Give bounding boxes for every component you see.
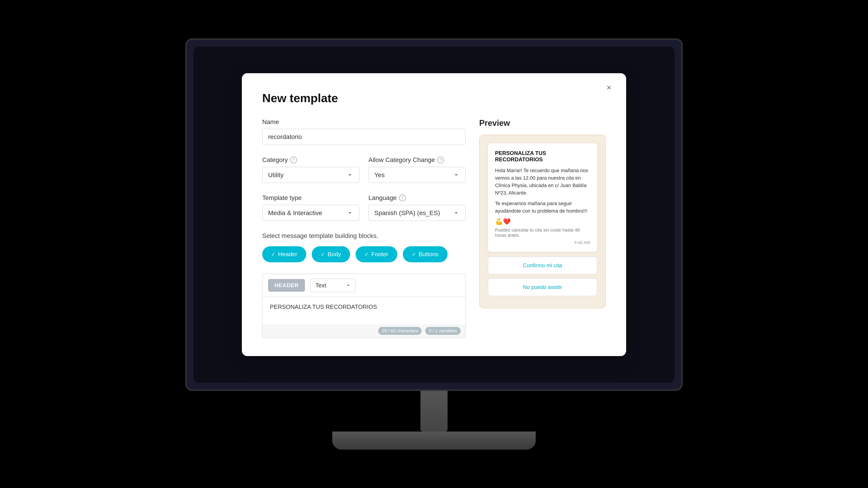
language-group: Language ? Spanish (SPA) (es_ES) English… [368, 194, 466, 221]
close-button[interactable]: × [602, 81, 615, 94]
buttons-check-icon: ✓ [412, 252, 416, 257]
new-template-modal: × New template Name [242, 73, 626, 356]
template-row: Template type Media & Interactive Text O… [262, 194, 466, 221]
char-count-badge: 29 / 60 characters [378, 327, 422, 335]
category-group: Category ? Utility Marketing Authenticat… [262, 156, 360, 183]
preview-title: Preview [479, 119, 606, 128]
header-block-label: Header [278, 251, 297, 258]
body-block-label: Body [328, 251, 341, 258]
header-type-select[interactable]: Text Image Video Document [310, 279, 355, 292]
modal-body: Name Category ? Utility [262, 119, 606, 338]
building-blocks-group: Select message template building blocks.… [262, 232, 466, 262]
template-type-label: Template type [262, 194, 360, 201]
name-label: Name [262, 119, 466, 126]
modal-title: New template [262, 91, 606, 105]
char-counter-row: 29 / 60 characters 0 / 1 variables [263, 324, 465, 337]
preview-message-header: PERSONALIZA TUS RECORDATORIOS [495, 150, 590, 163]
name-group: Name [262, 119, 466, 145]
preview-time: 9:46 AM [495, 240, 590, 245]
category-row: Category ? Utility Marketing Authenticat… [262, 156, 466, 183]
building-blocks-buttons: ✓ Header ✓ Body ✓ Footer [262, 246, 466, 262]
category-select[interactable]: Utility Marketing Authentication [262, 167, 360, 183]
form-panel: Name Category ? Utility [262, 119, 466, 338]
footer-check-icon: ✓ [365, 252, 369, 257]
monitor-screen: × New template Name [185, 38, 683, 391]
preview-message-body1: Hola María!! Te recuerdo que mañana nos … [495, 167, 590, 197]
monitor-stand-neck [421, 391, 447, 431]
footer-block-button[interactable]: ✓ Footer [355, 246, 397, 262]
preview-panel: Preview PERSONALIZA TUS RECORDATORIOS Ho… [479, 119, 606, 338]
language-select[interactable]: Spanish (SPA) (es_ES) English (US) Frenc… [368, 205, 466, 221]
buttons-block-label: Buttons [418, 251, 438, 258]
allow-category-change-group: Allow Category Change ? Yes No [368, 156, 466, 183]
monitor-stand-base [332, 431, 536, 450]
modal-overlay: × New template Name [193, 46, 675, 383]
building-blocks-label: Select message template building blocks. [262, 232, 466, 239]
language-help-icon[interactable]: ? [399, 195, 406, 201]
footer-block-label: Footer [371, 251, 388, 258]
allow-change-help-icon[interactable]: ? [437, 157, 444, 163]
preview-confirm-button[interactable]: Confirmo mi cita [488, 256, 597, 274]
preview-emojis: 💪❤️ [495, 218, 590, 225]
allow-category-change-label: Allow Category Change ? [368, 156, 466, 164]
preview-decline-button[interactable]: No puedo asistir [488, 278, 597, 296]
preview-message-bubble: PERSONALIZA TUS RECORDATORIOS Hola María… [488, 143, 597, 252]
preview-message-body2: Te esperamos mañana para seguir ayudándo… [495, 200, 590, 215]
preview-message-footer: Puedes cancelar tu cita sin coste hasta … [495, 228, 590, 238]
body-check-icon: ✓ [321, 252, 325, 257]
language-label: Language ? [368, 194, 466, 201]
header-section: HEADER Text Image Video Document PERSONA… [262, 273, 466, 338]
allow-category-change-select[interactable]: Yes No [368, 167, 466, 183]
template-type-select[interactable]: Media & Interactive Text Only [262, 205, 360, 221]
monitor: × New template Name [185, 38, 683, 450]
category-label: Category ? [262, 156, 360, 164]
template-type-group: Template type Media & Interactive Text O… [262, 194, 360, 221]
header-check-icon: ✓ [271, 252, 275, 257]
header-content-area[interactable]: PERSONALIZA TUS RECORDATORIOS [263, 297, 465, 324]
category-help-icon[interactable]: ? [290, 157, 297, 163]
preview-phone: PERSONALIZA TUS RECORDATORIOS Hola María… [479, 135, 606, 308]
name-input[interactable] [262, 129, 466, 145]
body-block-button[interactable]: ✓ Body [312, 246, 350, 262]
header-tab-row: HEADER Text Image Video Document [263, 274, 465, 297]
header-tab-label: HEADER [268, 279, 305, 292]
variables-badge: 0 / 1 variables [425, 327, 461, 335]
buttons-block-button[interactable]: ✓ Buttons [403, 246, 447, 262]
header-block-button[interactable]: ✓ Header [262, 246, 306, 262]
